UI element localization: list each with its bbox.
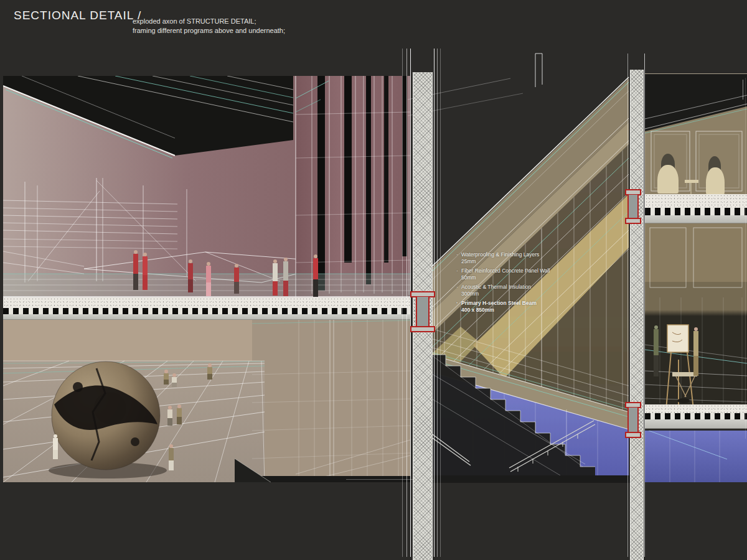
presentation-board: SECTIONAL DETAIL / exploded axon of STRU… — [0, 0, 747, 560]
wicker-chair — [706, 167, 725, 195]
cad-line — [627, 54, 628, 557]
bullet: · — [456, 251, 458, 258]
beam-bottom-flange — [625, 432, 641, 438]
metal-deck-teeth — [645, 208, 747, 215]
person-figure — [170, 373, 178, 387]
annotation-item: · Acoustic & Thermal Insulation 300mm — [456, 284, 563, 297]
lower-blue-wall — [645, 431, 747, 482]
steel-beam-connector-red — [625, 189, 641, 224]
beam-web — [627, 408, 639, 432]
annotation-value: 300mm — [461, 291, 563, 297]
person-figure — [167, 444, 175, 470]
slab-soffit-band — [645, 215, 747, 223]
person-figure — [186, 259, 194, 292]
steel-beam-connector-red — [410, 291, 435, 332]
floor-slab-stipple — [3, 297, 410, 308]
cad-line — [745, 78, 746, 439]
slab-soffit-band — [3, 314, 410, 320]
annotation-label: Primary H-section Steel Beam — [461, 300, 537, 306]
person-figure — [281, 258, 289, 296]
bullet: · — [456, 268, 458, 274]
subtitle-line-1: exploded axon of STRUCTURE DETAIL; — [133, 17, 338, 26]
person-figure — [205, 363, 214, 380]
concrete-column-hatched — [630, 70, 644, 560]
person-figure — [175, 404, 183, 424]
slab-soffit-band — [645, 419, 747, 429]
person-figure — [204, 262, 212, 296]
annotation-value: 25mm — [461, 258, 563, 265]
cad-line — [440, 49, 441, 557]
construction-layer-annotations: · Waterproofing & Finishing Layers 25mm … — [456, 251, 563, 316]
annotation-label: Acoustic & Thermal Insulation — [461, 284, 531, 290]
cad-line — [743, 80, 743, 100]
floor-slab-stipple — [645, 194, 747, 208]
annotation-value: 400 x 850mm — [461, 307, 563, 314]
metal-deck-teeth — [3, 308, 410, 314]
person-figure — [271, 259, 279, 296]
person-figure — [162, 370, 170, 385]
annotation-value: 50mm — [461, 274, 563, 281]
person-figure — [131, 250, 139, 290]
beam-web — [416, 297, 430, 327]
person-figure — [51, 434, 59, 459]
person-figure — [166, 406, 174, 426]
bullet: · — [456, 284, 458, 291]
side-table — [685, 180, 698, 195]
steel-beam-connector-red — [625, 402, 641, 438]
bullet: · — [456, 300, 458, 307]
cad-line — [437, 49, 438, 557]
cad-line — [402, 49, 403, 557]
board-header: SECTIONAL DETAIL / exploded axon of STRU… — [14, 9, 141, 22]
middle-room-scene — [645, 223, 747, 404]
upper-room-scene — [645, 73, 747, 195]
folding-table — [672, 372, 697, 403]
beam-bottom-flange — [410, 326, 435, 332]
interior-perspective-render — [3, 76, 410, 482]
subtitle-line-2: framing different programs above and und… — [133, 26, 338, 35]
person-figure — [141, 253, 149, 290]
person-figure — [311, 254, 319, 297]
annotation-label: Waterproofing & Finishing Layers — [461, 251, 539, 258]
floor-slab-stipple — [645, 404, 747, 413]
cad-line — [644, 54, 645, 557]
cad-line — [406, 49, 407, 557]
painting-easel — [666, 325, 693, 404]
painter-figure — [651, 325, 661, 376]
annotation-item-primary-beam: · Primary H-section Steel Beam 400 x 850… — [456, 300, 563, 313]
studio-room-lines — [645, 223, 747, 404]
wicker-chair — [657, 165, 679, 194]
blue-wall-lines — [645, 431, 747, 482]
beam-bottom-flange — [625, 218, 641, 224]
page-title: SECTIONAL DETAIL / — [14, 9, 141, 22]
person-figure — [232, 264, 240, 294]
annotation-item: · Fiber Reinforced Concrete Panel Wall 5… — [456, 268, 563, 281]
metal-deck-teeth — [645, 413, 747, 419]
page-subtitle: exploded axon of STRUCTURE DETAIL; frami… — [133, 17, 338, 35]
annotation-label: Fiber Reinforced Concrete Panel Wall — [461, 268, 550, 274]
person-figure — [691, 327, 700, 376]
annotation-item: · Waterproofing & Finishing Layers 25mm — [456, 251, 563, 264]
beam-web — [627, 195, 639, 218]
